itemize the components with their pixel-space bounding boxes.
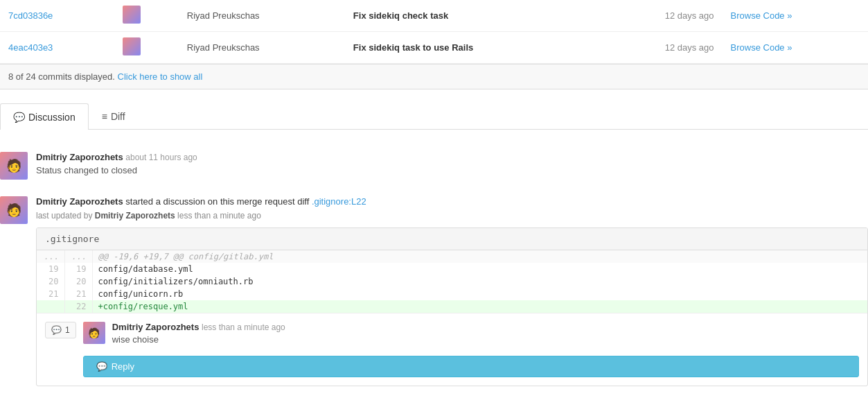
diff-discussion-header: Dmitriy Zaporozhets started a discussion… bbox=[36, 196, 868, 207]
diff-discussion-block: 🧑 Dmitriy Zaporozhets started a discussi… bbox=[0, 188, 868, 395]
status-comment: 🧑 Dmitriy Zaporozhets about 11 hours ago… bbox=[0, 144, 868, 188]
tab-discussion[interactable]: 💬 Discussion bbox=[0, 103, 89, 130]
diff-line-num-new: 22 bbox=[64, 300, 92, 313]
diff-line: 22 +config/resque.yml bbox=[37, 300, 867, 313]
diff-table: ... ... @@ -19,6 +19,7 @@ config/gitlab.… bbox=[37, 250, 867, 313]
last-updated-author: Dmitriy Zaporozhets bbox=[95, 211, 175, 221]
diff-line-num-old: 21 bbox=[37, 288, 64, 300]
diff-line-content: config/initializers/omniauth.rb bbox=[92, 275, 867, 288]
status-comment-author: Dmitriy Zaporozhets bbox=[36, 152, 123, 162]
diff-line: 19 19 config/database.yml bbox=[37, 263, 867, 275]
commit-message: Fix sidekiq task to use Rails bbox=[345, 32, 600, 64]
commit-avatar-cell bbox=[114, 32, 179, 64]
commit-hash: 7cd03836e bbox=[0, 0, 114, 32]
commit-avatar bbox=[123, 37, 141, 55]
commit-hash: 4eac403e3 bbox=[0, 32, 114, 64]
diff-line-num-old: 19 bbox=[37, 263, 64, 275]
commit-author: Riyad Preukschas bbox=[179, 0, 345, 32]
inline-comment-time: less than a minute ago bbox=[202, 322, 285, 332]
last-updated-prefix: last updated by bbox=[36, 211, 95, 221]
commit-hash-link[interactable]: 4eac403e3 bbox=[8, 42, 53, 53]
diff-line-num-old: ... bbox=[37, 250, 64, 263]
diff-line-content: +config/resque.yml bbox=[92, 300, 867, 313]
comment-count: 1 bbox=[65, 325, 70, 335]
commits-table: 7cd03836e Riyad Preukschas Fix sidekiq c… bbox=[0, 0, 868, 64]
diff-line-content: config/unicorn.rb bbox=[92, 288, 867, 300]
commit-message: Fix sidekiq check task bbox=[345, 0, 600, 32]
commit-row: 4eac403e3 Riyad Preukschas Fix sidekiq t… bbox=[0, 32, 868, 64]
diff-link[interactable]: .gitignore:L22 bbox=[312, 196, 366, 207]
commit-row: 7cd03836e Riyad Preukschas Fix sidekiq c… bbox=[0, 0, 868, 32]
diff-file-title: .gitignore bbox=[37, 228, 867, 250]
inline-comment-text: Dmitriy Zaporozhets less than a minute a… bbox=[112, 322, 859, 345]
discussion-tab-label: Discussion bbox=[28, 112, 76, 123]
tabs-container: 💬 Discussion ≡ Diff bbox=[0, 103, 868, 130]
diff-line-num-new: 21 bbox=[64, 288, 92, 300]
status-comment-text: Status changed to closed bbox=[36, 165, 868, 175]
inline-comment-avatar: 🧑 bbox=[83, 322, 105, 344]
inline-comment-message: wise choise bbox=[112, 334, 859, 345]
reply-button[interactable]: 💬 Reply bbox=[83, 356, 859, 377]
diff-comment-action: started a discussion on this merge reque… bbox=[125, 196, 312, 207]
diff-line-num-old bbox=[37, 300, 64, 313]
discussion-tab-icon: 💬 bbox=[13, 112, 25, 123]
discussion-area: 🧑 Dmitriy Zaporozhets about 11 hours ago… bbox=[0, 130, 868, 408]
inline-comment-row: 💬 1 🧑 Dmitriy Zaporozhets less than a mi… bbox=[37, 313, 867, 386]
diff-line-content: config/database.yml bbox=[92, 263, 867, 275]
commit-time: 12 days ago bbox=[600, 32, 723, 64]
diff-tab-label: Diff bbox=[111, 111, 125, 122]
diff-line: 21 21 config/unicorn.rb bbox=[37, 288, 867, 300]
commit-hash-link[interactable]: 7cd03836e bbox=[8, 10, 53, 21]
browse-code-link[interactable]: Browse Code » bbox=[731, 42, 792, 53]
commits-footer: 8 of 24 commits displayed. Click here to… bbox=[0, 64, 868, 89]
commit-time: 12 days ago bbox=[600, 0, 723, 32]
diff-line: ... ... @@ -19,6 +19,7 @@ config/gitlab.… bbox=[37, 250, 867, 263]
commit-avatar bbox=[123, 6, 141, 24]
diff-comment-author: Dmitriy Zaporozhets bbox=[36, 196, 123, 207]
diff-tab-icon: ≡ bbox=[102, 111, 107, 122]
tab-diff[interactable]: ≡ Diff bbox=[89, 103, 139, 129]
inline-comment-count[interactable]: 💬 1 bbox=[45, 322, 76, 338]
inline-comment-body: 🧑 Dmitriy Zaporozhets less than a minute… bbox=[83, 322, 859, 377]
diff-file-box: .gitignore ... ... @@ -19,6 +19,7 @@ con… bbox=[36, 227, 868, 386]
inline-comment-author: Dmitriy Zaporozhets bbox=[112, 322, 200, 332]
reply-label: Reply bbox=[112, 361, 134, 372]
diff-line-num-new: ... bbox=[64, 250, 92, 263]
last-updated-time: less than a minute ago bbox=[177, 211, 261, 221]
browse-code-link[interactable]: Browse Code » bbox=[731, 10, 792, 21]
show-all-link[interactable]: Click here to show all bbox=[118, 71, 203, 82]
diff-discussion-meta: last updated by Dmitriy Zaporozhets less… bbox=[36, 211, 868, 221]
diff-line-num-new: 20 bbox=[64, 275, 92, 288]
bubble-icon: 💬 bbox=[51, 325, 62, 335]
diff-line-content: @@ -19,6 +19,7 @@ config/gitlab.yml bbox=[92, 250, 867, 263]
reply-icon: 💬 bbox=[96, 361, 107, 372]
status-comment-time: about 11 hours ago bbox=[125, 153, 197, 162]
diff-comment-avatar: 🧑 bbox=[0, 196, 28, 224]
browse-code-cell: Browse Code » bbox=[723, 32, 868, 64]
diff-line-num-old: 20 bbox=[37, 275, 64, 288]
status-comment-content: Dmitriy Zaporozhets about 11 hours ago S… bbox=[36, 152, 868, 175]
status-comment-header: Dmitriy Zaporozhets about 11 hours ago bbox=[36, 152, 868, 162]
diff-line-num-new: 19 bbox=[64, 263, 92, 275]
commit-avatar-cell bbox=[114, 0, 179, 32]
diff-discussion-content: Dmitriy Zaporozhets started a discussion… bbox=[36, 196, 868, 386]
commit-author: Riyad Preukschas bbox=[179, 32, 345, 64]
browse-code-cell: Browse Code » bbox=[723, 0, 868, 32]
inline-comment-item: 🧑 Dmitriy Zaporozhets less than a minute… bbox=[83, 322, 859, 345]
commits-footer-text: 8 of 24 commits displayed. bbox=[8, 71, 118, 82]
inline-comment-section: 💬 1 🧑 Dmitriy Zaporozhets less than a mi… bbox=[37, 313, 867, 386]
status-comment-avatar: 🧑 bbox=[0, 152, 28, 180]
diff-line: 20 20 config/initializers/omniauth.rb bbox=[37, 275, 867, 288]
